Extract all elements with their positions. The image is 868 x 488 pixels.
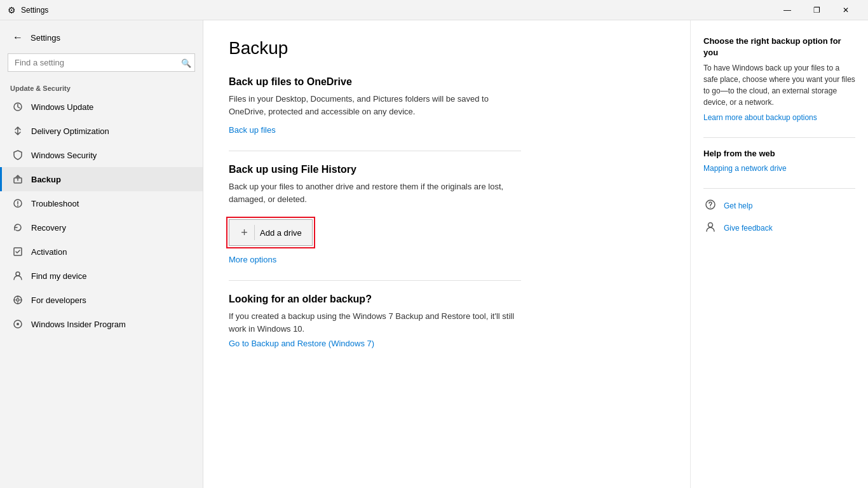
close-button[interactable]: ✕ <box>831 0 860 20</box>
add-drive-label: Add a drive <box>260 228 302 238</box>
choose-section: Choose the right backup option for you T… <box>703 36 855 122</box>
sidebar-item-troubleshoot[interactable]: Troubleshoot <box>0 191 203 215</box>
help-web-heading: Help from the web <box>703 148 855 159</box>
right-panel-divider-2 <box>703 188 855 189</box>
svg-point-10 <box>710 207 711 208</box>
backup-icon <box>12 173 24 185</box>
sidebar-app-title: Settings <box>31 33 60 43</box>
find-device-label: Find my device <box>31 271 86 281</box>
sidebar-item-delivery-optimization[interactable]: Delivery Optimization <box>0 119 203 143</box>
delivery-optimization-label: Delivery Optimization <box>31 126 109 136</box>
right-panel: Choose the right backup option for you T… <box>690 20 868 488</box>
sidebar-item-find-device[interactable]: Find my device <box>0 264 203 288</box>
title-bar-controls: — ❐ ✕ <box>773 0 860 20</box>
app-body: ← Settings 🔍 Update & Security Windows U… <box>0 20 868 488</box>
main-content: Backup Back up files to OneDrive Files i… <box>203 20 690 488</box>
activation-label: Activation <box>31 247 67 257</box>
file-history-description: Back up your files to another drive and … <box>229 180 521 205</box>
sidebar-item-windows-insider[interactable]: Windows Insider Program <box>0 312 203 336</box>
sidebar-item-windows-security[interactable]: Windows Security <box>0 143 203 167</box>
onedrive-description: Files in your Desktop, Documents, and Pi… <box>229 93 521 118</box>
sidebar-item-for-developers[interactable]: For developers <box>0 288 203 312</box>
give-feedback-icon <box>703 221 717 236</box>
search-input[interactable] <box>8 53 195 72</box>
file-history-section: Back up using File History Back up your … <box>229 164 665 265</box>
search-icon[interactable]: 🔍 <box>181 58 191 67</box>
choose-text: To have Windows back up your files to a … <box>703 62 855 108</box>
windows-update-icon <box>12 101 24 112</box>
choose-heading: Choose the right backup option for you <box>703 36 855 58</box>
get-help-link[interactable]: Get help <box>724 201 752 210</box>
recovery-label: Recovery <box>31 223 66 233</box>
add-drive-button[interactable]: + Add a drive <box>229 219 313 246</box>
svg-point-6 <box>17 299 19 301</box>
windows-update-label: Windows Update <box>31 102 93 112</box>
help-item-give-feedback[interactable]: Give feedback <box>703 221 855 236</box>
help-items: Get helpGive feedback <box>703 199 855 236</box>
sidebar-item-recovery[interactable]: Recovery <box>0 215 203 240</box>
maximize-button[interactable]: ❐ <box>802 0 831 20</box>
help-item-get-help[interactable]: Get help <box>703 199 855 214</box>
help-web-section: Help from the web Mapping a network driv… <box>703 148 855 172</box>
troubleshoot-icon <box>12 198 24 209</box>
sidebar-header: ← Settings <box>0 20 203 51</box>
onedrive-heading: Back up files to OneDrive <box>229 76 665 88</box>
backup-files-link[interactable]: Back up files <box>229 125 276 135</box>
nav-items: Windows UpdateDelivery OptimizationWindo… <box>0 95 203 336</box>
sidebar-item-backup[interactable]: Backup <box>0 167 203 191</box>
title-bar: ⚙ Settings — ❐ ✕ <box>0 0 868 20</box>
older-backup-desc1: If you created a backup using the Window… <box>229 310 521 335</box>
file-history-heading: Back up using File History <box>229 164 665 175</box>
older-backup-heading: Looking for an older backup? <box>229 294 665 305</box>
delivery-optimization-icon <box>12 125 24 137</box>
svg-point-11 <box>709 222 713 227</box>
svg-point-4 <box>16 272 20 276</box>
more-options-link[interactable]: More options <box>229 255 276 264</box>
svg-point-8 <box>17 323 19 325</box>
windows-insider-icon <box>12 318 24 330</box>
backup-restore-link[interactable]: Go to Backup and Restore (Windows 7) <box>229 339 374 348</box>
learn-more-link[interactable]: Learn more about backup options <box>703 113 855 122</box>
recovery-icon <box>12 222 24 233</box>
backup-label: Backup <box>31 175 61 184</box>
get-help-icon <box>703 199 717 214</box>
app-icon: ⚙ <box>8 5 16 15</box>
find-device-icon <box>12 270 24 281</box>
windows-insider-label: Windows Insider Program <box>31 320 126 329</box>
for-developers-icon <box>12 294 24 306</box>
older-backup-section: Looking for an older backup? If you crea… <box>229 294 665 349</box>
section-divider-2 <box>229 280 521 281</box>
mapping-link[interactable]: Mapping a network drive <box>703 164 855 173</box>
section-heading: Update & Security <box>0 79 203 95</box>
page-title: Backup <box>229 38 665 58</box>
troubleshoot-label: Troubleshoot <box>31 199 79 208</box>
activation-icon <box>12 246 24 257</box>
plus-icon: + <box>240 225 255 240</box>
back-button[interactable]: ← <box>10 29 25 46</box>
title-bar-title: Settings <box>21 6 48 15</box>
minimize-button[interactable]: — <box>773 0 802 20</box>
for-developers-label: For developers <box>31 295 86 305</box>
sidebar-item-windows-update[interactable]: Windows Update <box>0 95 203 119</box>
windows-security-icon <box>12 149 24 161</box>
give-feedback-link[interactable]: Give feedback <box>724 224 773 233</box>
right-panel-divider-1 <box>703 137 855 138</box>
windows-security-label: Windows Security <box>31 151 97 160</box>
sidebar: ← Settings 🔍 Update & Security Windows U… <box>0 20 203 488</box>
search-box: 🔍 <box>8 53 195 72</box>
sidebar-item-activation[interactable]: Activation <box>0 240 203 264</box>
onedrive-section: Back up files to OneDrive Files in your … <box>229 76 665 135</box>
section-divider-1 <box>229 151 521 151</box>
